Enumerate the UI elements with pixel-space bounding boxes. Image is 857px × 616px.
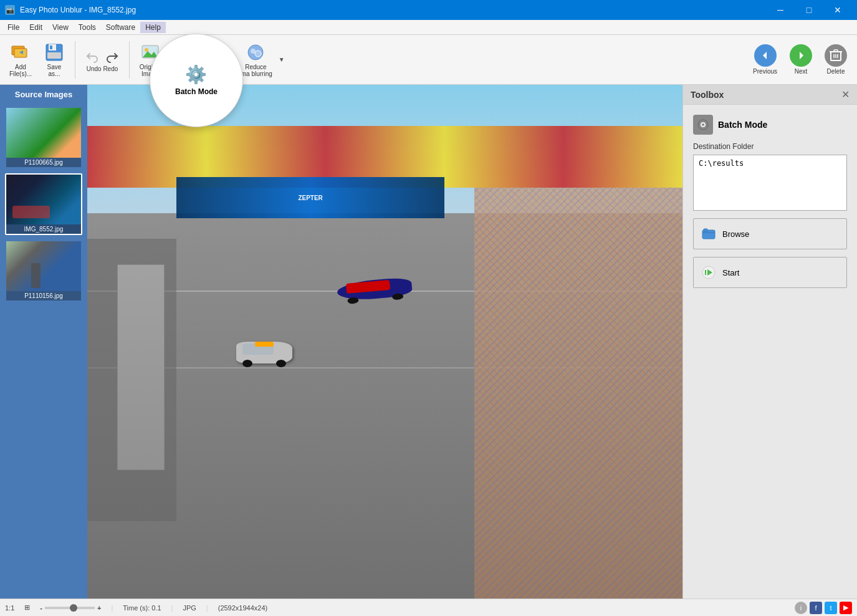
destination-folder-label: Destination Folder	[693, 142, 847, 151]
format-label: JPG	[183, 604, 196, 612]
batch-mode-section-icon	[693, 115, 713, 135]
sep-time: |	[111, 604, 113, 612]
save-as-button[interactable]: Saveas...	[39, 40, 70, 80]
minimize-button[interactable]: ─	[766, 0, 795, 20]
youtube-icon[interactable]: ▶	[840, 602, 852, 614]
svg-point-8	[145, 48, 148, 52]
reduce-blurring-icon	[246, 42, 266, 62]
browse-button[interactable]: Browse	[693, 218, 847, 249]
redo-button[interactable]	[103, 47, 120, 64]
social-icons: i f t ▶	[795, 602, 852, 614]
batch-mode-section-title: Batch Mode	[718, 120, 767, 130]
svg-point-31	[702, 123, 704, 126]
app-icon: 📷	[5, 5, 15, 15]
menu-tools[interactable]: Tools	[74, 22, 101, 33]
svg-rect-33	[704, 229, 707, 231]
previous-label: Previous	[753, 68, 777, 75]
toolbox-section-header: Batch Mode	[693, 115, 847, 135]
sep-dims: |	[206, 604, 208, 612]
browse-label: Browse	[722, 229, 749, 239]
toolbox-close-button[interactable]: ✕	[841, 89, 850, 100]
window-controls: ─ □ ✕	[766, 0, 852, 20]
facebook-icon[interactable]: f	[810, 602, 822, 614]
main-content: Source Images P1100665.jpg IMG_8552.jpg …	[0, 85, 857, 599]
svg-marker-36	[705, 270, 706, 275]
source-item-1[interactable]: P1100665.jpg	[5, 107, 82, 168]
time-label: Time (s): 0.1	[123, 604, 161, 612]
window-title: Easy Photo Unblur - IMG_8552.jpg	[20, 6, 136, 14]
source-panel-header: Source Images	[0, 85, 87, 104]
maximize-button[interactable]: □	[795, 0, 823, 20]
next-icon	[790, 44, 812, 67]
destination-folder-input[interactable]: C:\results	[693, 155, 847, 211]
source-item-2[interactable]: IMG_8552.jpg	[5, 173, 82, 235]
zoom-minus[interactable]: -	[40, 604, 42, 612]
delete-icon	[825, 44, 847, 67]
sep-format: |	[171, 604, 173, 612]
menu-edit[interactable]: Edit	[24, 22, 47, 33]
canvas-area: ZEPTER	[87, 85, 682, 599]
source-panel: Source Images P1100665.jpg IMG_8552.jpg …	[0, 85, 87, 599]
source-item-2-label: IMG_8552.jpg	[6, 224, 81, 234]
info-icon[interactable]: i	[795, 602, 807, 614]
more-button[interactable]: ▼	[279, 56, 285, 63]
previous-button[interactable]: Previous	[748, 42, 782, 77]
batch-popup-circle: ⚙️ Batch Mode	[150, 34, 243, 127]
toolbox-content: Batch Mode Destination Folder C:\results…	[683, 105, 857, 298]
start-button[interactable]: Start	[693, 257, 847, 288]
add-files-button[interactable]: AddFile(s)...	[5, 40, 36, 80]
batch-mode-area: ⚙️ Batch Mode BatchMode	[168, 40, 199, 80]
source-item-3-label: P1110156.jpg	[6, 291, 81, 301]
toolbox-header: Toolbox ✕	[683, 85, 857, 105]
add-files-label: AddFile(s)...	[9, 64, 32, 77]
svg-rect-6	[47, 52, 61, 59]
source-item-3[interactable]: P1110156.jpg	[5, 240, 82, 302]
dimensions-label: (2592x1944x24)	[218, 604, 268, 612]
toolbox-title: Toolbox	[691, 90, 724, 100]
browse-icon	[700, 225, 717, 243]
zoom-plus[interactable]: +	[97, 604, 101, 612]
save-as-icon	[44, 42, 64, 62]
undo-redo-group: Undo Redo	[80, 44, 124, 75]
zoom-slider-area: - +	[40, 604, 101, 612]
undo-button[interactable]	[84, 47, 102, 64]
toolbar-nav: Previous Next	[748, 42, 852, 77]
save-as-label: Saveas...	[47, 64, 62, 77]
start-label: Start	[722, 268, 739, 277]
svg-rect-5	[50, 46, 52, 49]
reduce-blurring-label: ReduceIma blurring	[239, 64, 272, 77]
add-files-icon	[11, 42, 31, 62]
menu-help[interactable]: Help	[140, 22, 166, 33]
menu-view[interactable]: View	[47, 22, 74, 33]
statusbar: 1:1 ⊞ - + | Time (s): 0.1 | JPG | (2592x…	[0, 599, 857, 616]
sep1	[75, 41, 75, 79]
source-item-1-label: P1100665.jpg	[6, 158, 81, 167]
toolbox-panel: Toolbox ✕ Batch Mode Destination Folder …	[682, 85, 857, 599]
next-label: Next	[795, 68, 808, 75]
undo-redo-label: Undo Redo	[87, 65, 118, 72]
delete-button[interactable]: Delete	[820, 42, 852, 77]
svg-rect-28	[834, 50, 838, 52]
menu-file[interactable]: File	[2, 22, 24, 33]
zoom-slider[interactable]	[45, 607, 95, 609]
fit-icon[interactable]: ⊞	[24, 604, 30, 612]
menu-software[interactable]: Software	[101, 22, 140, 33]
previous-icon	[754, 44, 777, 67]
toolbar: AddFile(s)... Saveas...	[0, 35, 857, 85]
batch-popup-label: Batch Mode	[175, 87, 218, 96]
zoom-ratio: 1:1	[5, 604, 14, 612]
start-icon	[700, 264, 717, 281]
delete-label: Delete	[827, 68, 845, 75]
twitter-icon[interactable]: t	[825, 602, 837, 614]
sep2	[129, 41, 130, 79]
svg-point-18	[255, 51, 261, 57]
titlebar: 📷 Easy Photo Unblur - IMG_8552.jpg ─ □ ✕	[0, 0, 857, 20]
menubar: File Edit View Tools Software Help	[0, 20, 857, 35]
next-button[interactable]: Next	[785, 42, 817, 77]
close-button[interactable]: ✕	[823, 0, 852, 20]
